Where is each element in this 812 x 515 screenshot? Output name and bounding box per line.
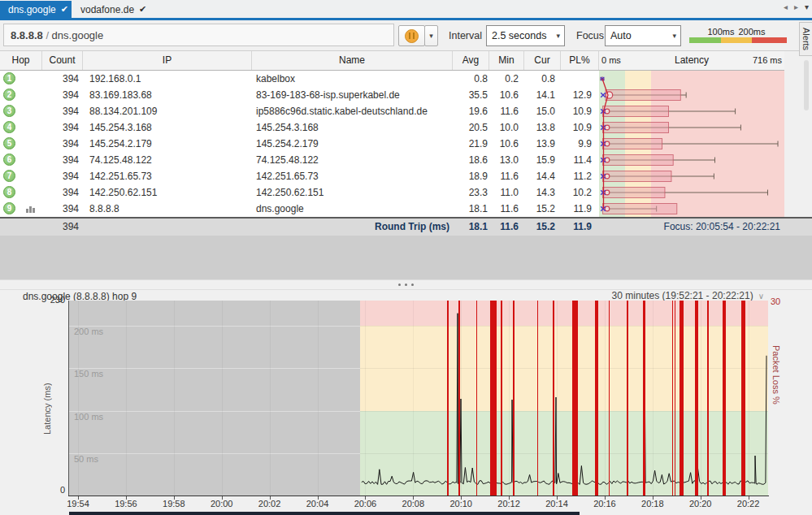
cell-cur: 13.9 [520,136,555,152]
summary-cur: 15.2 [520,219,555,236]
cell-avg: 21.9 [453,136,488,152]
cell-pl: 11.9 [555,201,592,217]
cell-min: 13.0 [488,152,519,168]
cell-pl: 11.4 [555,152,592,168]
cell-name: 145.254.3.168 [256,119,447,136]
collapsed-panel-area [0,236,812,279]
y2-axis-title: Packet Loss % [771,345,781,405]
checkmark-icon: ✔ [61,4,68,15]
cell-ip: 8.8.8.8 [89,201,248,217]
cell-count: 394 [42,103,79,119]
latency-header-title: Latency [675,54,709,66]
cell-pl: 10.9 [555,103,592,119]
cell-min: 11.6 [488,103,519,119]
cell-pl: 12.9 [555,87,592,103]
cell-avg: 20.5 [453,119,488,136]
packet-loss-bar [741,301,745,496]
summary-min: 11.6 [488,219,519,236]
y-axis-min-label: 0 [50,485,65,495]
splitter-handle[interactable] [0,279,812,290]
cell-count: 394 [42,136,79,152]
column-header-count[interactable]: Count [42,51,83,70]
packet-loss-bar [707,301,709,496]
latency-timeline-plot[interactable]: 200 ms150 ms100 ms50 ms [69,301,768,496]
x-axis-tick-label: 20:04 [300,499,336,509]
cell-count: 394 [42,168,79,184]
round-trip-summary-row[interactable]: 394 Round Trip (ms) 18.1 11.6 15.2 11.9 … [0,217,812,236]
side-scrollbar[interactable] [804,60,809,110]
tab-vodafone-de[interactable]: vodafone.de ✔ [72,1,145,18]
column-header-pl[interactable]: PL% [561,51,599,70]
hop-number-badge: 5 [3,137,15,149]
scroll-right-icon[interactable]: ▸ [794,2,798,11]
packet-loss-bar [723,301,726,496]
x-axis-tick-label: 20:08 [395,499,431,509]
timeline-range-selector[interactable]: 30 minutes (19:52:21 - 20:22:21) ∨ [612,290,764,301]
alerts-tab-label: Alerts [801,28,811,50]
target-separator: / [43,29,52,41]
interval-select[interactable]: 2.5 seconds ▾ [486,25,565,46]
hop-number-badge: 4 [3,121,15,133]
cell-count: 394 [42,184,79,201]
pause-button[interactable] [398,25,425,46]
tab-scroll-controls: ◂ ▸ ▾ [784,2,809,11]
column-header-latency[interactable]: 0 ms Latency 716 ms [599,51,784,70]
cell-cur: 14.3 [520,184,555,201]
cell-cur: 14.4 [520,168,555,184]
cell-ip: 192.168.0.1 [89,71,248,87]
tab-menu-icon[interactable]: ▾ [805,2,809,11]
packet-loss-bar [627,301,628,496]
column-header-min[interactable]: Min [489,51,524,70]
cell-count: 394 [42,71,79,87]
latency-trace [69,301,768,496]
x-axis-tick-label: 20:20 [683,499,719,509]
packet-loss-bar [695,301,698,496]
packet-loss-bar [675,301,675,496]
column-header-hop[interactable]: Hop [0,51,42,70]
cell-cur: 0.8 [520,71,555,87]
packet-loss-bar [513,301,515,496]
cell-count: 394 [42,119,79,136]
legend-yellow-segment [721,37,752,43]
summary-avg: 18.1 [453,219,488,236]
alerts-side-tab[interactable]: Alerts [799,22,812,56]
hop-number-badge: 8 [3,186,15,198]
cell-avg: 19.6 [453,103,488,119]
packet-loss-bar [595,301,598,496]
cell-pl [555,71,592,87]
x-axis-tick-label: 19:58 [156,499,192,509]
target-ip: 8.8.8.8 [11,29,43,41]
cell-avg: 18.6 [453,152,488,168]
legend-green-segment [689,37,721,43]
tab-dns-google[interactable]: dns.google ✔ [0,1,72,18]
cell-name: 142.251.65.73 [256,168,447,184]
column-header-cur[interactable]: Cur [524,51,561,70]
cell-name: 83-169-183-68-isp.superkabel.de [256,87,447,103]
column-header-name[interactable]: Name [252,51,453,70]
focus-label: Focus [576,25,604,46]
packet-loss-bar [501,301,502,496]
background-window-edge [69,512,580,515]
cell-cur: 13.8 [520,119,555,136]
cell-name: kabelbox [256,71,447,87]
cell-name: dns.google [256,201,447,217]
cell-min: 10.6 [488,136,519,152]
toolbar: 8.8.8.8 / dns.google ▾ Interval 2.5 seco… [0,20,812,51]
cell-avg: 35.5 [453,87,488,103]
focus-select[interactable]: Auto ▾ [605,25,681,46]
x-axis-tick-label: 20:18 [635,499,671,509]
cell-ip: 145.254.2.179 [89,136,248,152]
cell-name: 74.125.48.122 [256,152,447,168]
x-axis-tick-label: 20:06 [347,499,383,509]
cell-ip: 142.250.62.151 [89,184,248,201]
packet-loss-bar [490,301,497,496]
cell-pl: 10.2 [555,184,592,201]
target-address-panel[interactable]: 8.8.8.8 / dns.google [3,24,394,46]
checkmark-icon: ✔ [139,4,146,15]
scroll-left-icon[interactable]: ◂ [784,2,788,11]
column-header-avg[interactable]: Avg [453,51,489,70]
packet-loss-bar [609,301,610,496]
pause-dropdown-button[interactable]: ▾ [424,25,438,46]
column-header-ip[interactable]: IP [83,51,252,70]
x-axis-tick-label: 19:56 [108,499,144,509]
